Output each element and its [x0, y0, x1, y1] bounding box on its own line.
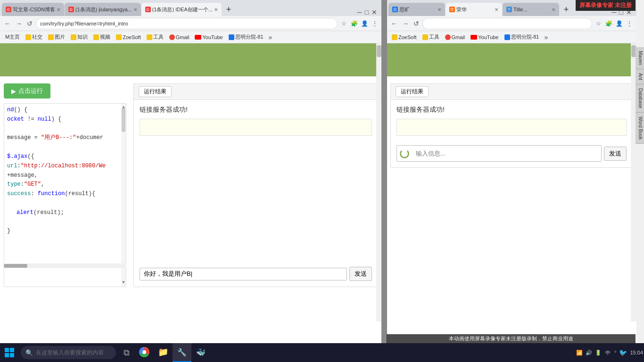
run-button[interactable]: ▶ 点击运行	[4, 83, 50, 99]
menu-btn-right[interactable]: ⋮	[625, 19, 634, 28]
success-text-right: 链接服务器成功!	[396, 106, 627, 114]
tray-network[interactable]: 📶	[575, 350, 584, 356]
left-url-bar: ← → ↺ com/try/try.php?filename=tryhtml_i…	[0, 16, 382, 31]
bm-siming-right[interactable]: 思明分院-81	[502, 33, 542, 41]
bm-knowledge-left[interactable]: 知识	[68, 33, 90, 41]
tab-siming[interactable]: 思 思旷 ✕	[388, 3, 445, 16]
task-view-button[interactable]: ⧉	[118, 344, 135, 361]
right-bookmarks-bar: ZoeSoft 工具 Gmail YouTube 思明分院-81 »	[387, 31, 636, 43]
folder-icon-zoesoft-left	[116, 34, 122, 40]
tab-label-csdn: 写文章-CSDN博客	[13, 6, 55, 13]
bm-tools-right[interactable]: 工具	[420, 33, 442, 41]
tab-close-idea[interactable]: ✕	[214, 7, 218, 12]
message-input-right[interactable]	[412, 148, 598, 159]
code-hscroll[interactable]	[4, 263, 126, 268]
tab-close-jiulanya[interactable]: ✕	[133, 7, 137, 12]
forward-btn-left[interactable]: →	[14, 20, 24, 27]
input-with-spinner[interactable]	[396, 145, 602, 162]
left-page-vscroll-thumb	[377, 45, 381, 57]
scroll-up-arrow[interactable]: ▲	[121, 104, 126, 112]
tab-csdn[interactable]: C 写文章-CSDN博客 ✕	[2, 3, 64, 16]
taskbar-chrome[interactable]	[135, 343, 154, 362]
url-input-right[interactable]	[422, 18, 592, 29]
tab-idea[interactable]: C (1条消息) IDEA创建一个... ✕	[141, 3, 222, 16]
docker-icon: 🐳	[196, 348, 206, 357]
gmail-icon-right	[445, 34, 451, 40]
code-editor[interactable]: nd() { ocket != null) { message = "用户B--…	[4, 103, 126, 287]
bm-tools-left[interactable]: 工具	[144, 33, 166, 41]
ant-tab[interactable]: Ant	[636, 69, 644, 84]
profile-icon-left[interactable]: 👤	[360, 19, 369, 28]
bookmarks-more-left[interactable]: »	[267, 33, 274, 41]
tray-time: 15:04	[629, 350, 644, 355]
tab-jiulanya[interactable]: C (1条消息) jiulanyangya... ✕	[65, 3, 141, 16]
extension-icon-left[interactable]: 🧩	[350, 19, 358, 28]
send-button-right[interactable]: 发送	[604, 147, 627, 161]
watermark-text: 本动画使用屏幕录像专家未注册版录制，禁止商业用途	[449, 336, 573, 341]
bm-youtube-right[interactable]: YouTube	[468, 34, 501, 41]
bm-zoesoft-right[interactable]: ZoeSoft	[389, 34, 419, 41]
bm-gmail-right[interactable]: Gmail	[443, 34, 468, 41]
tab-close-csdn[interactable]: ✕	[57, 7, 60, 12]
bookmarks-more-right[interactable]: »	[542, 33, 550, 41]
bm-siming-left[interactable]: 思明分院-81	[226, 33, 266, 41]
tab-close-siming[interactable]: ✕	[438, 7, 441, 12]
bm-social-left[interactable]: 社交	[23, 33, 45, 41]
new-tab-button-left[interactable]: +	[222, 3, 235, 16]
back-btn-left[interactable]: ←	[3, 20, 12, 27]
bookmark-star-right[interactable]: ☆	[594, 19, 603, 28]
database-tab[interactable]: Database	[636, 84, 644, 113]
send-button-left[interactable]: 发送	[349, 267, 372, 281]
green-header-right	[387, 43, 636, 76]
result-content-right: 链接服务器成功! 发送	[391, 100, 632, 167]
windows-logo	[5, 348, 14, 357]
taskbar-docker[interactable]: 🐳	[191, 343, 210, 362]
maven-tab[interactable]: Maven	[636, 47, 644, 69]
bm-zoesoft-left[interactable]: ZoeSoft	[114, 34, 143, 41]
taskbar-search-input[interactable]	[36, 349, 111, 356]
tab-title[interactable]: T Title... ✕	[503, 3, 559, 16]
extension-icon-right[interactable]: 🧩	[604, 19, 613, 28]
start-button[interactable]	[0, 343, 19, 362]
minimize-btn-left[interactable]: ─	[357, 8, 362, 16]
tray-battery[interactable]: 🔋	[594, 350, 603, 356]
left-content-row: ▶ 点击运行 nd() { ocket != null) { message =…	[0, 76, 382, 294]
wordbook-tab[interactable]: Word Book	[636, 113, 644, 144]
bm-images-left[interactable]: 图片	[46, 33, 67, 41]
code-line-5	[7, 143, 123, 152]
back-btn-right[interactable]: ←	[389, 20, 399, 27]
profile-icon-right[interactable]: 👤	[615, 19, 623, 28]
tab-label-jiulanya: (1条消息) jiulanyangya...	[75, 6, 132, 13]
tray-lang[interactable]: 中	[603, 349, 612, 356]
refresh-btn-left[interactable]: ↺	[25, 20, 34, 27]
tab-close-ronghua[interactable]: ✕	[495, 7, 498, 12]
bm-youtube-left[interactable]: YouTube	[192, 34, 225, 41]
maximize-btn-left[interactable]: □	[365, 8, 369, 16]
url-input-left[interactable]: com/try/try.php?filename=tryhtml_intro	[36, 18, 338, 29]
taskbar-intellij[interactable]: 🔧	[173, 343, 191, 362]
scroll-down-arrow[interactable]: ▼	[121, 279, 126, 287]
menu-btn-left[interactable]: ⋮	[371, 19, 379, 28]
message-input-left[interactable]	[140, 268, 347, 280]
new-tab-button-right[interactable]: +	[560, 3, 573, 16]
tab-ronghua[interactable]: 荣 荣华 ✕	[446, 3, 502, 16]
tray-volume[interactable]: 🔊	[585, 350, 593, 356]
loading-spinner	[400, 149, 409, 158]
taskbar-search[interactable]: 🔍	[21, 346, 116, 359]
input-row-right: 发送	[396, 145, 627, 162]
refresh-btn-right[interactable]: ↺	[412, 20, 421, 27]
code-line-14: }	[7, 227, 123, 236]
bm-gmail-left[interactable]: Gmail	[167, 34, 192, 41]
left-browser: C 写文章-CSDN博客 ✕ C (1条消息) jiulanyangya... …	[0, 0, 382, 343]
left-window-controls: ─ □ ✕	[357, 8, 380, 16]
tab-close-title[interactable]: ✕	[552, 7, 555, 12]
close-btn-left[interactable]: ✕	[372, 8, 377, 16]
forward-btn-right[interactable]: →	[401, 20, 410, 27]
bm-home-left[interactable]: M主页	[3, 33, 22, 41]
taskbar-explorer[interactable]: 📁	[154, 343, 173, 362]
code-line-10: success: function(result){	[7, 189, 123, 199]
tray-bird[interactable]: 🐦	[618, 349, 628, 356]
bookmark-star-left[interactable]: ☆	[339, 19, 348, 28]
bm-video-left[interactable]: 视频	[91, 33, 113, 41]
code-vscroll[interactable]: ▲ ▼	[121, 104, 126, 287]
